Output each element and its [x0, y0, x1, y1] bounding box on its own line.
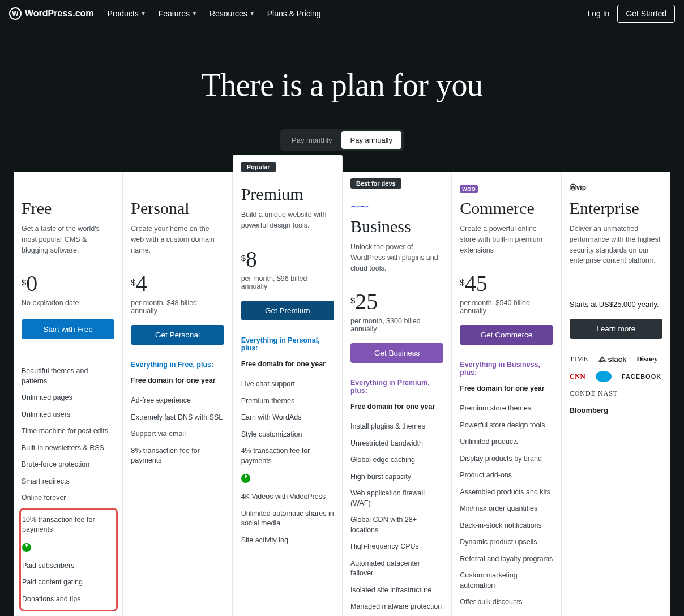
popular-tag: Popular	[241, 162, 276, 172]
list-item: High-frequency CPUs	[350, 538, 443, 555]
chevron-down-icon: ▼	[192, 11, 197, 16]
brand-disney: Disney	[636, 354, 658, 363]
list-item: Global edge caching	[350, 452, 443, 469]
list-item: Premium store themes	[460, 400, 553, 417]
plan-price: 25	[355, 288, 378, 315]
inherits-label: Everything in Business, plus:	[460, 361, 553, 377]
price-note: per month, $48 billed annually	[131, 299, 224, 315]
free-domain: Free domain for one year	[131, 377, 224, 384]
toggle-monthly[interactable]: Pay monthly	[283, 131, 341, 149]
wpvip-icon: Ⓦvip	[570, 183, 662, 195]
plan-name: Premium	[241, 185, 334, 204]
price-note: per month, $96 billed annually	[241, 275, 334, 290]
list-item: Unlimited users	[22, 407, 114, 424]
plan-enterprise: Ⓦvip Enterprise Deliver an unmatched per…	[562, 172, 670, 616]
feature-list: Beautiful themes and patterns Unlimited …	[22, 363, 114, 507]
plan-description: Create your home on the web with a custo…	[131, 224, 224, 255]
list-item: Powerful store design tools	[460, 417, 553, 434]
woo-icon: WOO	[460, 185, 478, 193]
list-item: Paid subscribers	[22, 558, 113, 575]
plan-name: Business	[350, 217, 443, 236]
list-item: Unlimited pages	[22, 390, 114, 407]
plan-name: Free	[22, 199, 114, 218]
list-item: Time machine for post edits	[22, 423, 114, 440]
login-link[interactable]: Log In	[587, 9, 609, 18]
list-item: Brute-force protection	[22, 456, 114, 473]
plan-price: 8	[246, 246, 257, 272]
cta-personal[interactable]: Get Personal	[131, 325, 224, 345]
brand-salesforce	[596, 371, 612, 382]
toggle-annually[interactable]: Pay annually	[341, 131, 401, 149]
plan-description: Unlock the power of WordPress with plugi…	[350, 242, 443, 273]
plan-name: Personal	[131, 199, 224, 218]
free-domain: Free domain for one year	[350, 403, 443, 410]
cta-commerce[interactable]: Get Commerce	[460, 325, 553, 345]
list-item: Ad-free experience	[131, 392, 224, 409]
list-item: Support via email	[131, 426, 224, 443]
feature-list: Premium store themesPowerful store desig…	[460, 400, 553, 616]
list-item: Offer bulk discounts	[460, 594, 553, 611]
list-item: Web application firewall (WAF)	[350, 485, 443, 512]
list-item: Beautiful themes and patterns	[22, 363, 114, 390]
nav-right: Log In Get Started	[587, 5, 675, 23]
billing-toggle: Pay monthly Pay annually	[280, 129, 404, 151]
nav-features[interactable]: Features▼	[159, 9, 197, 18]
cta-enterprise[interactable]: Learn more	[570, 319, 662, 339]
jetpack-icon	[22, 543, 31, 552]
cta-premium[interactable]: Get Premium	[241, 301, 334, 320]
plan-price: 0	[26, 270, 37, 297]
brand-cnn: CNN	[570, 372, 585, 381]
nav-resources[interactable]: Resources▼	[210, 9, 255, 18]
brand-bloomberg: Bloomberg	[570, 406, 609, 414]
inherits-label: Everything in Free, plus:	[131, 361, 224, 369]
list-item: Payment buttons	[22, 613, 114, 616]
plan-personal: Personal Create your home on the web wit…	[123, 172, 232, 616]
list-item: Custom marketing automation	[460, 567, 553, 594]
price-note: Starts at US$25,000 yearly.	[570, 300, 662, 309]
list-item: Inventory management	[460, 611, 553, 616]
nav-plans-pricing[interactable]: Plans & Pricing	[267, 9, 321, 18]
cta-free[interactable]: Start with Free	[22, 319, 114, 339]
get-started-button[interactable]: Get Started	[617, 5, 675, 23]
brand-name: WordPress.com	[25, 8, 94, 19]
list-item: Donations and tips	[22, 591, 113, 608]
pricing-plans: Free Get a taste of the world's most pop…	[14, 172, 670, 616]
plan-name: Commerce	[460, 199, 553, 218]
wordpress-icon: W	[9, 7, 22, 20]
list-item: Assembled products and kits	[460, 484, 553, 501]
list-item: Earn with WordAds	[241, 409, 334, 426]
free-domain: Free domain for one year	[241, 360, 334, 368]
cta-business[interactable]: Get Business	[350, 343, 443, 363]
list-item: Online forever	[22, 490, 114, 507]
logo[interactable]: W WordPress.com	[9, 7, 94, 20]
plan-business: Best for devs ⁓⁓ Business Unlock the pow…	[343, 172, 452, 616]
list-item: Site activity log	[241, 532, 334, 549]
plan-commerce: WOO Commerce Create a powerful online st…	[452, 172, 561, 616]
list-item: Built-in newsletters & RSS	[22, 440, 114, 457]
plan-price: 45	[465, 270, 488, 297]
list-item: Dynamic product upsells	[460, 534, 553, 551]
plan-name: Enterprise	[570, 199, 662, 218]
list-item: Display products by brand	[460, 451, 553, 468]
list-item: Managed malware protection	[350, 598, 443, 615]
feature-list: Install plugins & themesUnrestricted ban…	[350, 418, 443, 616]
plan-description: Get a taste of the world's most popular …	[22, 224, 114, 255]
wp-squiggle-icon: ⁓⁓	[350, 201, 443, 213]
brand-facebook: FACEBOOK	[622, 373, 661, 380]
plan-description: Build a unique website with powerful des…	[241, 209, 334, 231]
list-item: 8% transaction fee for payments	[131, 443, 224, 469]
list-item: Install plugins & themes	[350, 418, 443, 435]
price-note: per month, $540 billed annually	[460, 299, 553, 315]
hero: There is a plan for you Pay monthly Pay …	[0, 27, 684, 172]
top-nav: W WordPress.com Products▼ Features▼ Reso…	[0, 0, 684, 27]
chevron-down-icon: ▼	[141, 11, 146, 16]
plan-description: Create a powerful online store with buil…	[460, 224, 553, 255]
plan-premium: Popular Premium Build a unique website w…	[233, 155, 343, 616]
list-item: Unlimited products	[460, 434, 553, 451]
list-item: Referral and loyalty programs	[460, 551, 553, 568]
brand-logos: TIME ⁂ slack Disney CNN FACEBOOK CONDÉ N…	[570, 354, 662, 414]
list-item: Min/max order quantities	[460, 500, 553, 517]
list-item: 10% transaction fee for payments	[22, 512, 113, 538]
plan-free: Free Get a taste of the world's most pop…	[14, 172, 123, 616]
nav-products[interactable]: Products▼	[108, 9, 146, 18]
